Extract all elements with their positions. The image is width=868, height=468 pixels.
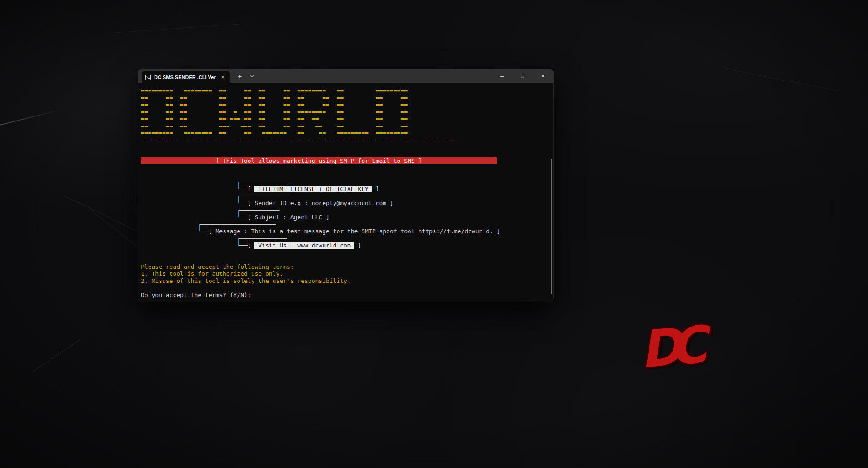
scratch-texture [0,109,62,126]
scratch-texture [31,339,80,373]
tree-suffix: ] [372,186,379,192]
field-sender-id: └──[ Sender ID e.g : noreply@myaccount.c… [141,200,553,207]
blank-line [141,165,553,172]
scratch-texture [91,210,141,250]
window-controls: – □ × [492,69,553,83]
ascii-banner-line: == == == == === == == == == == == == == [141,115,553,122]
notice-banner: ──────────────────── [ This Tool allows … [141,157,497,164]
field-connector: ┌───────────────────── [141,221,553,228]
blank-line [141,249,553,257]
terms-line-1: 1. This tool is for authorized use only. [141,270,553,277]
tree-prefix: └──[ [141,214,254,221]
maximize-button[interactable]: □ [512,69,533,83]
tab-close-icon[interactable]: × [219,74,226,81]
tab-dc-sms-sender[interactable]: DC SMS SENDER .CLI Version × [142,71,230,83]
blank-line [141,171,553,179]
notice-dashes-right: ──────────────────── [422,157,496,164]
field-connector: ┌─────────────── [141,193,553,200]
field-license: └──[ LIFETIME LICENSE + OFFICIAL KEY ] [141,186,553,193]
field-connector: ┌────────────── [141,179,553,186]
tree-suffix: ] [493,228,500,235]
tab-title: DC SMS SENDER .CLI Version [154,75,216,80]
tree-suffix: ] [322,214,329,221]
tree-prefix: └──[ [141,200,254,206]
minimize-button[interactable]: – [492,69,512,83]
terms-line-2: 2. Misuse of this tool is solely the use… [141,277,553,285]
sender-id-text: Sender ID e.g : noreply@myaccount.com [254,200,386,206]
terminal-screen[interactable]: ========= ======== == == == == ======== … [138,83,553,302]
title-bar[interactable]: DC SMS SENDER .CLI Version × + – □ × [138,69,553,83]
scratch-texture [723,68,839,91]
tree-prefix: └──[ [141,242,254,249]
close-button[interactable]: × [533,69,553,83]
ascii-banner-line: ========= ======== == == ======= == == =… [141,129,553,136]
ascii-banner-line: == == == == == == == == == == == == [141,101,553,108]
chevron-down-icon [250,74,254,77]
message-text: Message : This is a test message for the… [215,228,493,235]
ascii-banner-separator: ========================================… [141,136,553,144]
field-visit-us: └──[ Visit Us – www.dcwurld.com ] [141,242,553,249]
field-connector: ┌─────────── [141,207,553,214]
tree-suffix: ] [386,200,394,206]
scrollbar-thumb[interactable] [551,159,552,294]
subject-text: Subject : Agent LLC [254,214,322,221]
terms-heading: Please read and accept the following ter… [141,263,553,271]
visit-us-highlight: Visit Us – www.dcwurld.com [254,242,354,249]
desktop-background: { "window": { "tab_title": "DC SMS SENDE… [0,0,868,468]
tab-dropdown-button[interactable] [247,72,256,81]
terminal-window: DC SMS SENDER .CLI Version × + – □ × ===… [138,69,553,302]
terminal-icon [145,75,151,80]
license-highlight: LIFETIME LICENSE + OFFICIAL KEY [254,186,372,192]
notice-dashes-left: ──────────────────── [141,157,215,164]
ascii-banner-line: == == == === === == == == == == == == [141,122,553,130]
tree-prefix: └──[ [141,186,254,192]
notice-text: [ This Tool allows marketing using SMTP … [215,157,422,164]
field-subject: └──[ Subject : Agent LLC ] [141,214,553,221]
tree-prefix: └──[ [141,228,215,235]
blank-line [141,284,553,292]
field-message: └──[ Message : This is a test message fo… [141,228,553,235]
field-connector: ┌───────────── [141,235,553,242]
blank-line [141,256,553,263]
terms-prompt: Do you accept the terms? (Y/N): [141,292,553,299]
ascii-banner-line: ========= ======== == == == == ======== … [141,87,553,94]
dc-logo-text: DC [637,317,714,379]
dc-logo: DC DC [633,317,714,379]
new-tab-button[interactable]: + [235,72,244,80]
blank-line [141,151,553,158]
ascii-banner-line: == == == == = == == == ======== == == == [141,108,553,116]
scratch-texture [109,24,245,34]
blank-line [141,143,553,151]
tree-suffix: ] [354,242,362,249]
ascii-banner-line: == == == == == == == == == == == == [141,94,553,101]
notice-banner-line: ──────────────────── [ This Tool allows … [141,157,553,165]
